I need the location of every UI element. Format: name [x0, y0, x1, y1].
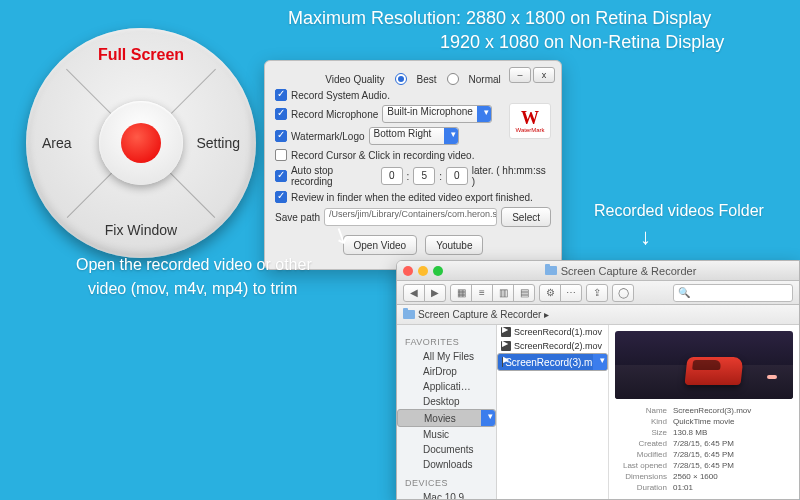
meta-key: Last opened	[615, 461, 667, 470]
record-system-audio-label: Record System Audio.	[291, 90, 390, 101]
watermark-position-select[interactable]: Bottom Right	[369, 127, 459, 145]
sidebar-item[interactable]: AirDrop	[397, 364, 496, 379]
sidebar-item[interactable]: Desktop	[397, 394, 496, 409]
traffic-minimize[interactable]	[418, 266, 428, 276]
headline-resolution-retina: Maximum Resolution: 2880 x 1800 on Retin…	[288, 8, 711, 29]
caption-recorded-folder: Recorded videos Folder	[594, 202, 764, 220]
meta-key: Modified	[615, 450, 667, 459]
headline-resolution-nonretina: 1920 x 1080 on Non-Retina Display	[440, 32, 724, 53]
minimize-button[interactable]: –	[509, 67, 531, 83]
quality-normal-radio[interactable]	[447, 73, 459, 85]
quality-normal-label: Normal	[469, 74, 501, 85]
sidebar-item[interactable]: Music	[397, 427, 496, 442]
arrow-icon: ↓	[640, 224, 651, 250]
finder-preview-pane: NameScreenRecord(3).movKindQuickTime mov…	[609, 325, 799, 499]
record-cursor-checkbox[interactable]	[275, 149, 287, 161]
sidebar-item[interactable]: Downloads	[397, 457, 496, 472]
meta-key: Name	[615, 406, 667, 415]
settings-panel: – x Video Quality Best Normal Record Sys…	[264, 60, 562, 270]
sidebar-item[interactable]: Mac 10.9	[397, 490, 496, 500]
action-button[interactable]: ⋯	[560, 284, 582, 302]
meta-value: QuickTime movie	[673, 417, 793, 426]
sidebar-item-icon	[407, 445, 419, 455]
watermark-preview-label: WaterMark	[515, 127, 544, 133]
share-button[interactable]: ⇪	[586, 284, 608, 302]
meta-value: 7/28/15, 6:45 PM	[673, 439, 793, 448]
dial-area[interactable]: Area	[42, 135, 72, 151]
quality-best-radio[interactable]	[395, 73, 407, 85]
select-path-button[interactable]: Select	[501, 207, 551, 227]
folder-icon	[545, 266, 557, 275]
dial-fix-window[interactable]: Fix Window	[26, 222, 256, 238]
auto-stop-suffix: later. ( hh:mm:ss )	[472, 165, 551, 187]
watermark-checkbox[interactable]	[275, 130, 287, 142]
dial-full-screen[interactable]: Full Screen	[26, 46, 256, 64]
finder-toolbar: ◀ ▶ ▦ ≡ ▥ ▤ ⚙ ⋯ ⇪ ◯ 🔍	[397, 281, 799, 305]
microphone-select[interactable]: Built-in Microphone	[382, 105, 492, 123]
sidebar-heading-favorites: Favorites	[397, 335, 496, 349]
meta-key: Duration	[615, 483, 667, 492]
auto-stop-label: Auto stop recording	[291, 165, 377, 187]
quality-best-label: Best	[417, 74, 437, 85]
meta-key: Created	[615, 439, 667, 448]
meta-key: Dimensions	[615, 472, 667, 481]
meta-value: 2560 × 1600	[673, 472, 793, 481]
sidebar-item-icon	[407, 382, 419, 392]
watermark-preview[interactable]: W WaterMark	[509, 103, 551, 139]
traffic-zoom[interactable]	[433, 266, 443, 276]
finder-window: Screen Capture & Recorder ◀ ▶ ▦ ≡ ▥ ▤ ⚙ …	[396, 260, 800, 500]
search-input[interactable]: 🔍	[673, 284, 793, 302]
caption-open-video-line2: video (mov, m4v, mp4) to trim	[88, 280, 297, 298]
view-list-button[interactable]: ≡	[471, 284, 493, 302]
caption-open-video-line1: Open the recorded video or other	[76, 256, 312, 274]
record-microphone-label: Record Microphone	[291, 109, 378, 120]
view-column-button[interactable]: ▥	[492, 284, 514, 302]
back-button[interactable]: ◀	[403, 284, 425, 302]
record-microphone-checkbox[interactable]	[275, 108, 287, 120]
review-finder-checkbox[interactable]	[275, 191, 287, 203]
file-row[interactable]: ScreenRecord(1).mov	[497, 325, 608, 339]
path-segment[interactable]: Screen Capture & Recorder ▸	[403, 309, 549, 320]
record-button[interactable]	[121, 123, 161, 163]
auto-stop-ss[interactable]: 0	[446, 167, 468, 185]
open-video-button[interactable]: Open Video	[343, 235, 418, 255]
meta-value: 7/28/15, 6:45 PM	[673, 461, 793, 470]
finder-sidebar: Favorites All My FilesAirDropApplicati…D…	[397, 325, 497, 499]
sidebar-item-icon	[407, 367, 419, 377]
file-row[interactable]: ScreenRecord(3).mov	[497, 353, 608, 371]
youtube-button[interactable]: Youtube	[425, 235, 483, 255]
sidebar-item-icon	[408, 413, 420, 423]
auto-stop-mm[interactable]: 5	[413, 167, 435, 185]
arrange-button[interactable]: ⚙	[539, 284, 561, 302]
save-path-field[interactable]: /Users/jim/Library/Containers/com.heron.…	[324, 208, 497, 226]
sidebar-item[interactable]: All My Files	[397, 349, 496, 364]
watermark-label: Watermark/Logo	[291, 131, 365, 142]
auto-stop-hh[interactable]: 0	[381, 167, 403, 185]
finder-titlebar: Screen Capture & Recorder	[397, 261, 799, 281]
sidebar-item-icon	[407, 352, 419, 362]
view-cover-button[interactable]: ▤	[513, 284, 535, 302]
close-button[interactable]: x	[533, 67, 555, 83]
folder-icon	[403, 310, 415, 319]
meta-value: ScreenRecord(3).mov	[673, 406, 793, 415]
chevron-right-icon: ▸	[544, 309, 549, 320]
video-quality-label: Video Quality	[325, 74, 384, 85]
search-icon: 🔍	[678, 287, 690, 298]
auto-stop-checkbox[interactable]	[275, 170, 287, 182]
meta-key: Size	[615, 428, 667, 437]
finder-file-column: ScreenRecord(1).movScreenRecord(2).movSc…	[497, 325, 609, 499]
meta-value: 01:01	[673, 483, 793, 492]
dial-setting[interactable]: Setting	[196, 135, 240, 151]
view-icon-button[interactable]: ▦	[450, 284, 472, 302]
traffic-close[interactable]	[403, 266, 413, 276]
forward-button[interactable]: ▶	[424, 284, 446, 302]
sidebar-item[interactable]: Applicati…	[397, 379, 496, 394]
path-segment-label: Screen Capture & Recorder	[418, 309, 541, 320]
file-row[interactable]: ScreenRecord(2).mov	[497, 339, 608, 353]
record-system-audio-checkbox[interactable]	[275, 89, 287, 101]
sidebar-item[interactable]: Movies	[397, 409, 496, 427]
sidebar-item[interactable]: Documents	[397, 442, 496, 457]
mode-dial: Full Screen Area Setting Fix Window	[26, 28, 256, 258]
tags-button[interactable]: ◯	[612, 284, 634, 302]
movie-icon	[501, 341, 511, 351]
